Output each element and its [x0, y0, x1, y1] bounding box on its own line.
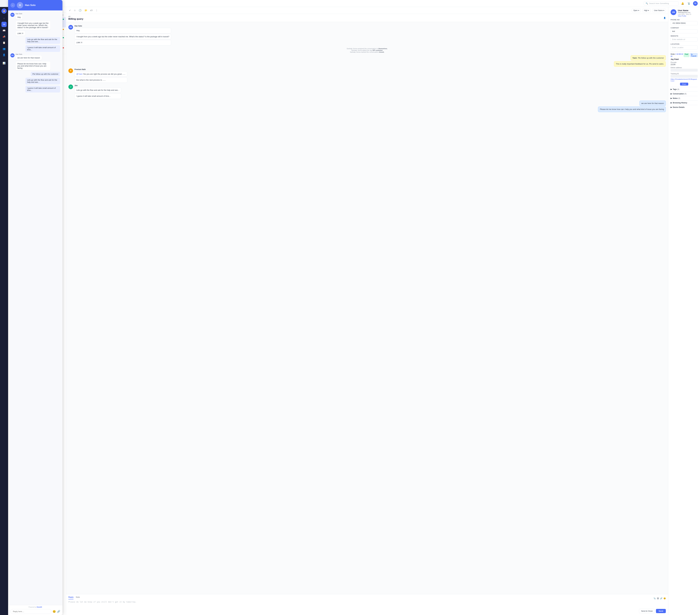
- reply-actions: Send & Close Send: [68, 609, 666, 613]
- reply-area: Reply Note 📎 🖼 🔗 😊 Send & Close Send: [66, 594, 668, 615]
- chevron-right-conv: ▶: [671, 93, 672, 95]
- mobile-emoji-icon[interactable]: 😊: [53, 610, 56, 613]
- mob-msg-5: I guess it will take small amount of tim…: [25, 45, 60, 52]
- share-button[interactable]: Share: [680, 83, 688, 86]
- mob-msg-8: Ple follow up with the customer: [31, 72, 60, 76]
- send-button[interactable]: Send: [656, 609, 666, 613]
- user-dropdown[interactable]: User Name ▾: [652, 9, 666, 12]
- tags-section[interactable]: ▶ Tags (4): [671, 87, 698, 91]
- tab-reply[interactable]: Reply: [68, 596, 74, 599]
- folder-icon[interactable]: 📁: [84, 9, 88, 12]
- label-icon[interactable]: 🏷: [90, 9, 93, 12]
- order-section: Order # 22 88 44 33 Paid In-Transit Jay …: [671, 51, 698, 86]
- mobile-contact-avatar: H: [17, 2, 23, 9]
- powered-by: Powered by Omni24: [10, 606, 60, 608]
- mob-msg-4: Lets go with the flow and ask for the he…: [25, 37, 60, 44]
- avatar-jon: J: [68, 85, 73, 89]
- top-bar: Home 🔍 🔔 📡 TC: [8, 0, 700, 7]
- contact-avatar: UN: [671, 9, 676, 15]
- mob-avatar-hs2: HS: [10, 53, 14, 58]
- check-icon[interactable]: ✓: [68, 9, 72, 12]
- reply-tabs: Reply Note: [68, 596, 80, 599]
- chevron-down-icon: ▾: [638, 10, 639, 11]
- reply-input[interactable]: [68, 601, 666, 606]
- search-icon: 🔍: [646, 2, 648, 4]
- nav-home[interactable]: ⌂: [1, 16, 7, 21]
- tab-note[interactable]: Note: [76, 596, 80, 599]
- mob-msg-7: Please let me know how can i help you an…: [16, 61, 60, 70]
- content-area: 🏠 ⌂ ✉ 📖 📣 📋 👥 👤 📊 ✉ Compose New → ▾ Inbo…: [0, 7, 700, 615]
- assign-icon[interactable]: 👤: [663, 17, 666, 19]
- user-avatar-top[interactable]: TC: [693, 1, 698, 6]
- nav-logo: 🏠: [1, 9, 7, 14]
- notes-section[interactable]: ▶ Notes (4): [671, 96, 698, 100]
- priority-dropdown[interactable]: High ▾: [642, 9, 651, 12]
- global-search: 🔍: [644, 1, 678, 5]
- image-icon[interactable]: 🖼: [657, 597, 659, 600]
- msg-han-hey: HS Han Solo Hey I bought from you a week…: [68, 25, 666, 45]
- msg-preetam: P Preetam Nath @Yann Yes you are right t…: [68, 69, 666, 83]
- mobile-back-button[interactable]: ←: [10, 3, 15, 8]
- emoji-icon[interactable]: 😊: [663, 597, 666, 600]
- mobile-footer: Powered by Omni24 😊 🔗: [8, 605, 62, 615]
- status-dot-james: [63, 19, 64, 20]
- clock-icon[interactable]: 🕐: [78, 9, 82, 12]
- more-icon[interactable]: ⋮: [95, 9, 98, 12]
- mobile-attach-icon[interactable]: 🔗: [57, 610, 60, 613]
- chevron-right-history: ▶: [671, 102, 672, 104]
- status-dot-michael: [63, 47, 64, 48]
- nav-inbox[interactable]: ✉: [1, 22, 7, 27]
- nav-book[interactable]: 📖: [1, 28, 7, 33]
- status-dropdown[interactable]: Open ▾: [632, 9, 641, 12]
- attach-icon[interactable]: 📎: [653, 597, 656, 600]
- browsing-history-section[interactable]: ▶ Browsing History: [671, 100, 698, 105]
- nav-announce[interactable]: 📣: [1, 34, 7, 39]
- tracking-id-placeholder: [671, 75, 698, 78]
- send-close-button[interactable]: Send & Close: [639, 609, 655, 613]
- system-message: Sankalp Jonna assigned the conversation …: [68, 47, 666, 53]
- conversation-section[interactable]: ▶ Conversation (6): [671, 91, 698, 96]
- chat-title-bar: #4 Billing query 👤: [66, 14, 668, 22]
- feed-icon[interactable]: 📡: [687, 1, 691, 6]
- chat-messages: HS Han Solo Hey I bought from you a week…: [66, 22, 668, 594]
- nav-contacts[interactable]: 👤: [1, 52, 7, 58]
- chevron-down-icon: ▾: [648, 10, 649, 11]
- mobile-overlay: ← H Han Solo HS Han Solo Hey I bought fr…: [8, 0, 62, 615]
- device-details-section[interactable]: ▶ Device Details: [671, 105, 698, 109]
- nav-team[interactable]: 👥: [1, 46, 7, 51]
- mob-msg-2: I bought from you a week ago but the ord…: [16, 21, 60, 30]
- global-search-input[interactable]: [649, 2, 677, 4]
- avatar-han: HS: [68, 25, 73, 29]
- star-icon[interactable]: ☆: [73, 9, 76, 12]
- phone-field: Phone No +91 93834 56341: [671, 19, 698, 25]
- mob-msg-6: HS Han Solo we are here for that reason: [10, 53, 60, 60]
- nav-reports[interactable]: 📋: [1, 40, 7, 45]
- msg-outgoing-reason: we are here for that reason Please let m…: [68, 101, 666, 112]
- mobile-input-row: 😊 🔗: [10, 609, 60, 614]
- mobile-contact-name: Han Solo: [25, 4, 36, 7]
- mob-msg-9: Lets go with the flow and ask for the he…: [25, 78, 60, 84]
- chat-toolbar: ✓ ☆ 🕐 📁 🏷 ⋮ Open ▾ High ▾ User Name ▾: [66, 7, 668, 14]
- website-field: Website Enter website url: [671, 35, 698, 41]
- deliver-address-placeholder: [671, 69, 698, 72]
- nav-sidebar: 🏠 ⌂ ✉ 📖 📣 📋 👥 👤 📊: [0, 7, 8, 615]
- status-dot-john: [63, 37, 64, 38]
- reply-icons: 📎 🖼 🔗 😊: [653, 597, 666, 600]
- mob-avatar-hs: HS: [10, 13, 14, 17]
- chevron-right-device: ▶: [671, 106, 672, 108]
- home-title: Home: [10, 2, 642, 5]
- link-icon[interactable]: 🔗: [660, 597, 662, 600]
- company-field: Company test: [671, 27, 698, 33]
- chevron-right-notes: ▶: [671, 97, 672, 99]
- notification-bell[interactable]: 🔔: [680, 1, 685, 6]
- chevron-down-icon: ▾: [663, 10, 664, 11]
- location-field: Location Enter Location: [671, 43, 698, 50]
- right-panel: UN User Name Hello@gmail.com Last seen ·…: [668, 7, 700, 615]
- status-dot-robert: [63, 29, 64, 30]
- mob-msg-10: I guess it will take small amount of tim…: [25, 86, 60, 93]
- nav-chart[interactable]: 📊: [1, 60, 7, 66]
- mobile-reply-input[interactable]: [10, 609, 51, 614]
- chevron-right-tags: ▶: [671, 88, 672, 90]
- msg-jon: J Jon Lets go with the flow and ask for …: [68, 85, 666, 99]
- mobile-header: ← H Han Solo: [8, 0, 62, 10]
